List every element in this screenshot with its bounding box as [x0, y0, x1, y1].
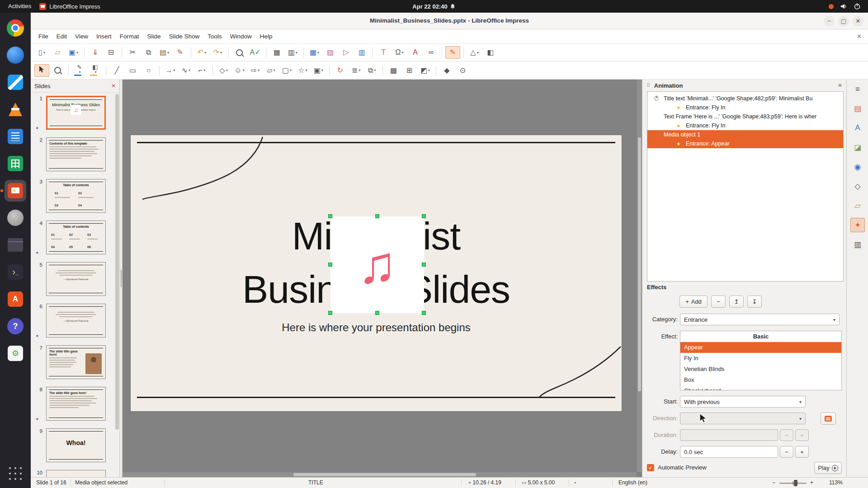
utilities-icon[interactable]: ⚙	[5, 343, 26, 364]
selection-handle-top-left[interactable]	[328, 214, 332, 218]
title-bar[interactable]: Minimalist_Business_Slides.pptx - LibreO…	[31, 13, 868, 29]
curves-and-polygons-button[interactable]: ∿▾	[179, 64, 193, 77]
select-button[interactable]	[34, 64, 49, 77]
move-effect-up-button[interactable]: ↥	[729, 296, 744, 308]
automatic-preview-checkbox[interactable]: ✓	[647, 464, 654, 471]
app-menu[interactable]: LibreOffice Impress	[39, 3, 100, 10]
glue-points-button[interactable]: ⊙	[455, 64, 470, 77]
delay-increase-button[interactable]: +	[795, 446, 809, 458]
sidebar-tab-animation[interactable]: ✦	[850, 218, 865, 232]
rectangle-button[interactable]: ▭	[125, 64, 140, 77]
sidebar-tab-styles[interactable]: A	[850, 121, 865, 135]
slide-8-thumbnail[interactable]: The slide title goes here!	[46, 387, 106, 421]
sidebar-tab-slide-transition[interactable]: ▱	[850, 198, 865, 213]
basic-shapes-button[interactable]: ◇▾	[216, 64, 231, 77]
zoom-slider[interactable]	[779, 483, 807, 484]
ellipse-button[interactable]: ○	[141, 64, 156, 77]
power-icon[interactable]	[854, 3, 861, 10]
add-effect-button[interactable]: + Add	[679, 296, 708, 308]
menu-file[interactable]: File	[34, 29, 52, 44]
selection-handle-bottom-left[interactable]	[328, 311, 332, 315]
menu-format[interactable]: Format	[116, 29, 143, 44]
zoom-out-button[interactable]: −	[772, 478, 775, 488]
category-dropdown[interactable]: Entrance ▾	[680, 314, 840, 325]
slide-6-thumbnail[interactable]: —Someone Famous	[46, 304, 106, 338]
animation-list-item[interactable]: Media object 1	[647, 130, 843, 139]
animation-list-item[interactable]: ★Entrance: Fly In	[647, 121, 843, 130]
block-arrows-button[interactable]: ⇨▾	[248, 64, 263, 77]
insert-chart-button[interactable]: ▥	[354, 46, 369, 59]
selection-handle-bottom-center[interactable]	[375, 311, 379, 315]
libreoffice-calc-icon[interactable]	[5, 153, 26, 174]
open-button[interactable]: ▱	[50, 46, 65, 59]
effect-listbox[interactable]: Basic AppearFly InVenetian BlindsBoxChec…	[680, 331, 842, 390]
selection-handle-middle-right[interactable]	[422, 263, 426, 267]
selection-handle-bottom-right[interactable]	[422, 311, 426, 315]
zoom-slider-thumb[interactable]	[794, 480, 797, 486]
slide-5-thumbnail[interactable]: —Someone Famous	[46, 262, 106, 296]
undo-button[interactable]: ↶▾	[194, 46, 209, 59]
start-dropdown[interactable]: With previous ▾	[680, 396, 806, 408]
toggle-extrusion-button[interactable]: ◧	[483, 46, 498, 59]
star-shapes-button[interactable]: ☆▾	[295, 64, 310, 77]
close-document-icon[interactable]: ✕	[857, 33, 868, 40]
display-grid-button[interactable]: ▦	[269, 46, 284, 59]
insert-special-character-button[interactable]: Ω▾	[392, 46, 407, 59]
lines-and-arrows-button[interactable]: →▾	[163, 64, 178, 77]
slide-7-thumbnail[interactable]: The slide title goes here!	[46, 345, 106, 379]
maximize-button[interactable]: ▢	[838, 16, 849, 27]
snap-guides-button[interactable]: ▥▾	[285, 46, 300, 59]
spelling-button[interactable]: A✓	[248, 46, 263, 59]
clock[interactable]: Apr 22 02:40	[412, 3, 455, 10]
slide-2-thumbnail[interactable]: Contents of this template	[46, 137, 106, 171]
arrange-objects-button[interactable]: ⧉▾	[364, 64, 379, 77]
effect-options-button[interactable]	[821, 413, 836, 425]
animation-list-item[interactable]: Title text 'Minimali...' 'Google Shape;4…	[647, 94, 843, 103]
menu-view[interactable]: View	[71, 29, 92, 44]
menu-slide-show[interactable]: Slide Show	[165, 29, 204, 44]
media-object[interactable]: ♫	[330, 216, 424, 313]
selection-handle-top-center[interactable]	[375, 214, 379, 218]
callout-shapes-button[interactable]: ▢▾	[279, 64, 294, 77]
slides-panel-close-icon[interactable]: ✕	[111, 83, 116, 89]
delay-decrease-button[interactable]: −	[780, 446, 793, 458]
fill-color-button[interactable]: ◧▾	[88, 63, 103, 78]
insert-media-button[interactable]: ▷	[339, 46, 354, 59]
sidebar-tab-shapes[interactable]: ◇	[850, 179, 865, 193]
zoom-in-button[interactable]: +	[810, 478, 813, 488]
effect-option-checkerboard[interactable]: Checkerboard	[680, 385, 841, 390]
cut-button[interactable]: ✂	[125, 46, 140, 59]
menu-help[interactable]: Help	[256, 29, 277, 44]
align-objects-button[interactable]: ≣▾	[349, 64, 363, 77]
selection-handle-middle-left[interactable]	[328, 263, 332, 267]
sidebar-tab-navigator[interactable]: ◉	[850, 160, 865, 174]
new-document-button[interactable]: ▯▾	[34, 46, 49, 59]
connectors-button[interactable]: ⌐▾	[194, 64, 209, 77]
copy-button[interactable]: ⧉	[141, 46, 156, 59]
slide-subtitle-text[interactable]: Here is where your presentation begins	[131, 321, 622, 334]
vertical-scrollbar[interactable]	[637, 80, 642, 472]
libreoffice-impress-icon[interactable]	[5, 180, 26, 202]
move-effect-down-button[interactable]: ↧	[747, 296, 762, 308]
zoom-button[interactable]	[50, 64, 65, 77]
insert-line-button[interactable]: ╱	[109, 64, 124, 77]
image-filter-button[interactable]: ◩▾	[418, 64, 433, 77]
menu-tools[interactable]: Tools	[203, 29, 226, 44]
insert-fontwork-button[interactable]: A	[408, 46, 423, 59]
insert-hyperlink-button[interactable]: ∞	[424, 46, 439, 59]
language-status[interactable]: English (en)	[618, 478, 647, 488]
paste-button[interactable]: ▤▾	[157, 46, 172, 59]
flowchart-shapes-button[interactable]: ▱▾	[264, 64, 278, 77]
zoom-percent[interactable]: 113%	[829, 478, 843, 488]
animation-list-item[interactable]: ★Entrance: Appear	[647, 139, 843, 148]
sidebar-tab-master-slides[interactable]: ▥	[850, 237, 865, 252]
file-box-icon[interactable]	[5, 234, 26, 256]
close-button[interactable]: ✕	[853, 16, 863, 27]
sidebar-tab-gallery[interactable]: ◪	[850, 140, 865, 155]
help-icon[interactable]: ?	[5, 315, 26, 337]
volume-icon[interactable]	[840, 3, 847, 10]
chrome-icon[interactable]	[5, 17, 26, 39]
crop-image-button[interactable]: ⊞	[402, 64, 417, 77]
animation-list-item[interactable]: Text Frame 'Here is ...' 'Google Shape;4…	[647, 112, 843, 121]
remove-effect-button[interactable]: −	[711, 296, 726, 308]
